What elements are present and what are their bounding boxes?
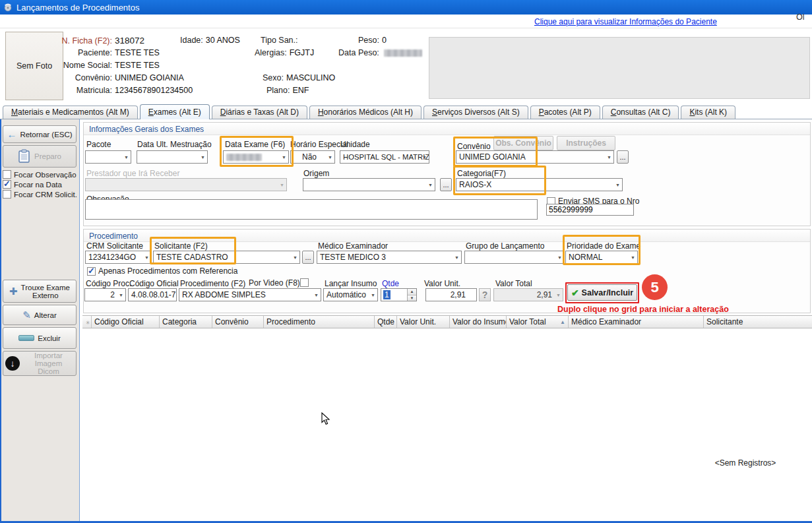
grid-col-categoria[interactable]: Categoria bbox=[160, 316, 212, 328]
categoria-dropdown[interactable]: RAIOS-X▼ bbox=[456, 178, 623, 191]
crm-solicitante-dropdown[interactable]: 12341234GO▼ bbox=[85, 251, 152, 264]
procedimento-dropdown[interactable]: RX ABDOME SIMPLES▼ bbox=[179, 288, 321, 301]
tab-exames[interactable]: Exames (Alt E) bbox=[140, 104, 210, 119]
excluir-button[interactable]: Excluir bbox=[3, 327, 77, 349]
focar-crm-checkbox[interactable]: Focar CRM Solicit. bbox=[3, 190, 77, 199]
tab-honorarios[interactable]: Honorários Médicos (Alt H) bbox=[309, 106, 422, 119]
retornar-button[interactable]: ← Retornar (ESC) bbox=[3, 125, 77, 143]
dropdown-icon: ▼ bbox=[144, 255, 149, 260]
dropdown-icon: ▼ bbox=[454, 255, 459, 260]
qtde-stepper[interactable]: 1 ▲ ▼ bbox=[381, 288, 417, 301]
group-title: Informações Gerais dos Exames bbox=[84, 123, 810, 135]
procedimento-label: Procedimento (F2) bbox=[180, 279, 245, 288]
sms-number-field[interactable] bbox=[546, 204, 634, 216]
grid-col-solicitante[interactable]: Solicitante bbox=[704, 316, 812, 328]
lancar-insumo-dropdown[interactable]: Automático▼ bbox=[323, 288, 378, 301]
download-circle-icon: ↓ bbox=[5, 356, 20, 371]
dropdown-icon: ▼ bbox=[282, 155, 286, 160]
tab-diarias[interactable]: Diárias e Taxas (Alt D) bbox=[212, 106, 307, 119]
grid-empty-text: <Sem Registros> bbox=[630, 458, 812, 468]
solicitante-dropdown[interactable]: TESTE CADASTRO▼ bbox=[153, 251, 300, 264]
pencil-icon: ✎ bbox=[22, 310, 31, 320]
obs-convenio-button[interactable]: Obs. Convênio bbox=[493, 136, 553, 150]
medico-examinador-dropdown[interactable]: TESTE MEDICO 3▼ bbox=[317, 251, 462, 264]
grid-col-medico[interactable]: Médico Examinador bbox=[569, 316, 704, 328]
tab-pacotes[interactable]: Pacotes (Alt P) bbox=[530, 106, 600, 119]
checkbox-checked-icon bbox=[87, 267, 96, 276]
dropdown-icon: ▼ bbox=[607, 155, 611, 160]
origem-dropdown[interactable]: ▼ bbox=[303, 178, 435, 191]
codigo-proc-label: Código Proc. bbox=[86, 279, 131, 288]
nome-social-value: TESTE TES bbox=[115, 61, 160, 70]
nome-social-label: Nome Social: bbox=[49, 61, 112, 70]
focar-na-data-checkbox[interactable]: Focar na Data bbox=[3, 180, 62, 189]
convenio-more-button[interactable]: ... bbox=[617, 150, 629, 164]
checkbox-icon bbox=[3, 190, 11, 199]
prioridade-dropdown[interactable]: NORMAL▼ bbox=[565, 251, 638, 264]
ficha-label: N. Ficha (F2): bbox=[49, 36, 112, 46]
valor-unit-label: Valor Unit. bbox=[424, 279, 460, 288]
dropdown-icon: ▼ bbox=[615, 183, 620, 187]
dropdown-icon: ▼ bbox=[556, 293, 561, 297]
salvar-incluir-button[interactable]: ✔ Salvar/Incluir bbox=[567, 284, 637, 301]
grid-col-valor-insumo[interactable]: Valor do Insumo bbox=[450, 316, 507, 328]
observacao-textarea[interactable] bbox=[85, 199, 538, 220]
unidade-dropdown[interactable]: HOSPITAL SQL - MATRIZ▼ bbox=[340, 150, 429, 164]
convenio-field-label: Convênio bbox=[457, 142, 491, 151]
importar-dicom-button[interactable]: ↓ ImportarImagem Dicom bbox=[3, 351, 77, 376]
tab-consultas[interactable]: Consultas (Alt C) bbox=[602, 106, 679, 119]
horario-especial-dropdown[interactable]: Não▼ bbox=[290, 150, 335, 164]
patient-observation-panel bbox=[429, 37, 810, 99]
focar-observacao-checkbox[interactable]: Focar Observação bbox=[3, 170, 77, 179]
grid-col-valor-total[interactable]: Valor Total ▲ bbox=[507, 316, 569, 328]
convenio-label: Convênio: bbox=[49, 73, 112, 82]
unidade-label: Unidade bbox=[340, 140, 370, 149]
grid-col-qtde[interactable]: Qtde bbox=[375, 316, 397, 328]
apenas-referencia-checkbox[interactable]: Apenas Procedimentos com Referencia bbox=[87, 266, 237, 276]
grid-header-row: ✳ Código Oficial Categoria Convênio Proc… bbox=[82, 316, 812, 328]
qtde-value: 1 bbox=[383, 290, 390, 299]
prestador-dropdown[interactable]: ▼ bbox=[85, 178, 287, 191]
tab-kits[interactable]: Kits (Alt K) bbox=[681, 106, 735, 119]
checkbox-checked-icon bbox=[3, 180, 11, 189]
data-exame-dropdown[interactable]: ▼ bbox=[223, 150, 289, 164]
tab-materiais[interactable]: Materiais e Medicamentos (Alt M) bbox=[3, 106, 138, 119]
sexo-value: MASCULINO bbox=[286, 73, 335, 82]
origem-more-button[interactable]: ... bbox=[440, 178, 452, 191]
grid-col-procedimento[interactable]: Procedimento bbox=[264, 316, 375, 328]
por-video-checkbox[interactable] bbox=[300, 278, 309, 287]
spin-down-icon[interactable]: ▼ bbox=[408, 295, 416, 301]
solicitante-label: Solicitante (F2) bbox=[154, 241, 208, 251]
alterar-button[interactable]: ✎ Alterar bbox=[3, 305, 77, 325]
grid-col-convenio[interactable]: Convênio bbox=[212, 316, 264, 328]
back-arrow-icon: ← bbox=[7, 129, 16, 139]
horario-especial-label: Horário Especial bbox=[290, 140, 348, 149]
dum-dropdown[interactable]: ▼ bbox=[137, 150, 208, 164]
instrucoes-button[interactable]: Instruções bbox=[557, 136, 615, 150]
ellipsis-icon: ... bbox=[443, 181, 449, 189]
codigo-oficial-field[interactable]: 4.08.08.01-7 bbox=[128, 288, 177, 301]
patient-info-link[interactable]: Clique aqui para visualizar Informações … bbox=[534, 17, 717, 26]
solicitante-more-button[interactable]: ... bbox=[302, 251, 314, 264]
grid-col-valor-unit[interactable]: Valor Unit. bbox=[397, 316, 450, 328]
ellipsis-icon: ... bbox=[305, 253, 311, 261]
codigo-proc-dropdown[interactable]: 2▼ bbox=[84, 288, 126, 301]
alergias-label: Alergias: bbox=[255, 48, 287, 57]
trouxe-exame-externo-button[interactable]: ✚ Trouxe ExameExterno bbox=[3, 280, 77, 303]
grupo-lancamento-dropdown[interactable]: ▼ bbox=[464, 251, 565, 264]
valor-unit-field[interactable]: 2,91 bbox=[425, 288, 477, 301]
spin-up-icon[interactable]: ▲ bbox=[408, 289, 416, 295]
patient-tiposan-row: Tipo San.: bbox=[261, 36, 301, 45]
convenio-dropdown[interactable]: UNIMED GOIANIA▼ bbox=[456, 150, 614, 164]
preparo-button[interactable]: Preparo bbox=[3, 145, 77, 168]
pacote-dropdown[interactable]: ▼ bbox=[85, 150, 131, 164]
green-check-icon: ✔ bbox=[571, 288, 579, 298]
help-button[interactable]: ? bbox=[479, 288, 491, 301]
tab-strip: Materiais e Medicamentos (Alt M) Exames … bbox=[0, 104, 812, 119]
grupo-lancamento-label: Grupo de Lançamento bbox=[466, 241, 544, 251]
valor-total-field: 2,91 ▼ bbox=[493, 288, 563, 301]
photo-placeholder-label: Sem Foto bbox=[16, 61, 52, 71]
tab-servicos[interactable]: Serviços Diversos (Alt S) bbox=[423, 106, 528, 119]
grid-col-codigo-oficial[interactable]: Código Oficial bbox=[92, 316, 160, 328]
peso-label: Peso: bbox=[358, 36, 379, 45]
